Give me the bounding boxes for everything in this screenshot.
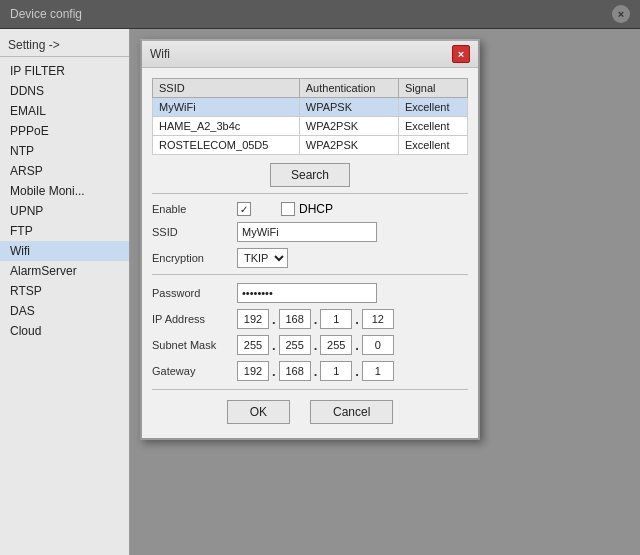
ip-address-label: IP Address — [152, 313, 237, 325]
ip-octet-4[interactable] — [362, 309, 394, 329]
outer-close-button[interactable]: × — [612, 5, 630, 23]
subnet-octet-3[interactable] — [320, 335, 352, 355]
subnet-octet-2[interactable] — [279, 335, 311, 355]
sidebar-item-das[interactable]: DAS — [0, 301, 129, 321]
network-cell-signal-2: Excellent — [398, 136, 467, 155]
network-cell-ssid-1: HAME_A2_3b4c — [153, 117, 300, 136]
password-input[interactable] — [237, 283, 377, 303]
sidebar-item-pppoe[interactable]: PPPoE — [0, 121, 129, 141]
network-cell-ssid-2: ROSTELECOM_05D5 — [153, 136, 300, 155]
network-cell-auth-2: WPA2PSK — [299, 136, 398, 155]
outer-title: Device config — [10, 7, 82, 21]
sidebar-item-email[interactable]: EMAIL — [0, 101, 129, 121]
col-signal: Signal — [398, 79, 467, 98]
gateway-label: Gateway — [152, 365, 237, 377]
network-cell-signal-0: Excellent — [398, 98, 467, 117]
outer-window: Device config × Setting -> IP FILTERDDNS… — [0, 0, 640, 555]
gateway-octet-2[interactable] — [279, 361, 311, 381]
network-cell-signal-1: Excellent — [398, 117, 467, 136]
left-panel-header: Setting -> — [0, 34, 129, 57]
sidebar-item-arsp[interactable]: ARSP — [0, 161, 129, 181]
ip-address-row: IP Address . . . — [152, 309, 468, 329]
sidebar-item-mobile-moni[interactable]: Mobile Moni... — [0, 181, 129, 201]
subnet-mask-field: . . . — [237, 335, 394, 355]
enable-section: Enable DHCP — [152, 193, 468, 268]
gateway-field: . . . — [237, 361, 394, 381]
dialog-titlebar: Wifi × — [142, 41, 478, 68]
ok-button[interactable]: OK — [227, 400, 290, 424]
subnet-octet-1[interactable] — [237, 335, 269, 355]
dhcp-checkbox[interactable] — [281, 202, 295, 216]
enable-row: Enable DHCP — [152, 202, 468, 216]
sidebar-item-rtsp[interactable]: RTSP — [0, 281, 129, 301]
network-row-0[interactable]: MyWiFiWPAPSKExcellent — [153, 98, 468, 117]
gateway-octet-4[interactable] — [362, 361, 394, 381]
enable-checkbox[interactable] — [237, 202, 251, 216]
left-panel: Setting -> IP FILTERDDNSEMAILPPPoENTPARS… — [0, 29, 130, 555]
dhcp-checkbox-item: DHCP — [281, 202, 333, 216]
sidebar-item-wifi[interactable]: Wifi — [0, 241, 129, 261]
gateway-octet-1[interactable] — [237, 361, 269, 381]
dialog-close-button[interactable]: × — [452, 45, 470, 63]
modal-overlay: Wifi × SSID Authentication Signal — [130, 29, 640, 555]
dialog-body: SSID Authentication Signal MyWiFiWPAPSKE… — [142, 68, 478, 438]
sidebar-item-ntp[interactable]: NTP — [0, 141, 129, 161]
button-row: OK Cancel — [152, 389, 468, 428]
ip-octet-2[interactable] — [279, 309, 311, 329]
col-ssid: SSID — [153, 79, 300, 98]
outer-content: Setting -> IP FILTERDDNSEMAILPPPoENTPARS… — [0, 29, 640, 555]
col-auth: Authentication — [299, 79, 398, 98]
subnet-octet-4[interactable] — [362, 335, 394, 355]
ssid-input[interactable] — [237, 222, 377, 242]
sidebar-item-ip-filter[interactable]: IP FILTER — [0, 61, 129, 81]
sidebar-item-ddns[interactable]: DDNS — [0, 81, 129, 101]
cancel-button[interactable]: Cancel — [310, 400, 393, 424]
sidebar-item-cloud[interactable]: Cloud — [0, 321, 129, 341]
ip-octet-1[interactable] — [237, 309, 269, 329]
ssid-label: SSID — [152, 226, 237, 238]
network-row-1[interactable]: HAME_A2_3b4cWPA2PSKExcellent — [153, 117, 468, 136]
main-area: Wifi × SSID Authentication Signal — [130, 29, 640, 555]
sidebar-item-alarm-server[interactable]: AlarmServer — [0, 261, 129, 281]
password-row: Password — [152, 283, 468, 303]
network-row-2[interactable]: ROSTELECOM_05D5WPA2PSKExcellent — [153, 136, 468, 155]
network-cell-auth-1: WPA2PSK — [299, 117, 398, 136]
ssid-row: SSID — [152, 222, 468, 242]
dialog-title: Wifi — [150, 47, 170, 61]
outer-titlebar: Device config × — [0, 0, 640, 29]
enable-label: Enable — [152, 203, 237, 215]
password-section: Password IP Address . . — [152, 274, 468, 381]
gateway-row: Gateway . . . — [152, 361, 468, 381]
encryption-row: Encryption TKIP AES — [152, 248, 468, 268]
gateway-octet-3[interactable] — [320, 361, 352, 381]
encryption-label: Encryption — [152, 252, 237, 264]
wifi-network-table: SSID Authentication Signal MyWiFiWPAPSKE… — [152, 78, 468, 155]
encryption-select[interactable]: TKIP AES — [237, 248, 288, 268]
subnet-mask-label: Subnet Mask — [152, 339, 237, 351]
sidebar-item-ftp[interactable]: FTP — [0, 221, 129, 241]
password-label: Password — [152, 287, 237, 299]
subnet-mask-row: Subnet Mask . . . — [152, 335, 468, 355]
ip-address-field: . . . — [237, 309, 394, 329]
network-cell-auth-0: WPAPSK — [299, 98, 398, 117]
wifi-dialog: Wifi × SSID Authentication Signal — [140, 39, 480, 440]
ip-octet-3[interactable] — [320, 309, 352, 329]
checkbox-area: DHCP — [237, 202, 333, 216]
search-button[interactable]: Search — [270, 163, 350, 187]
sidebar-item-upnp[interactable]: UPNP — [0, 201, 129, 221]
network-cell-ssid-0: MyWiFi — [153, 98, 300, 117]
dhcp-label: DHCP — [299, 202, 333, 216]
